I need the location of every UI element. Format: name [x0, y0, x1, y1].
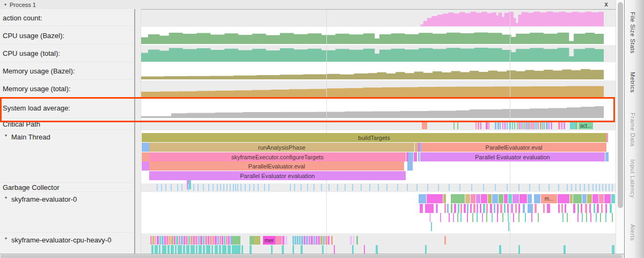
- trace-slice[interactable]: [311, 236, 313, 245]
- gc-tick[interactable]: [301, 184, 302, 191]
- trace-slice[interactable]: [318, 236, 320, 245]
- trace-slice[interactable]: [548, 122, 550, 129]
- trace-slice[interactable]: [465, 194, 470, 203]
- trace-slice[interactable]: [575, 122, 577, 129]
- label-skyframe-evaluator-0[interactable]: ▾ skyframe-evaluator-0: [0, 193, 133, 233]
- vertical-scrollbar[interactable]: [616, 0, 625, 254]
- trace-slice[interactable]: [453, 213, 454, 222]
- trace-slice[interactable]: [492, 213, 493, 222]
- trace-slice[interactable]: [460, 213, 462, 222]
- trace-slice[interactable]: [513, 194, 519, 203]
- trace-slice[interactable]: [241, 245, 243, 254]
- trace-slice[interactable]: [213, 236, 214, 245]
- expander-icon[interactable]: ▾: [5, 236, 7, 241]
- gc-tick[interactable]: [264, 184, 265, 191]
- trace-slice[interactable]: [414, 152, 417, 161]
- trace-slice[interactable]: [494, 204, 495, 213]
- tab-metrics[interactable]: Metrics: [630, 72, 636, 93]
- trace-slice[interactable]: [525, 213, 526, 222]
- collapse-process-icon[interactable]: ▾: [4, 2, 6, 7]
- trace-slice[interactable]: [528, 122, 529, 129]
- trace-slice[interactable]: [472, 213, 473, 222]
- gc-tick[interactable]: [235, 184, 236, 191]
- gc-tick[interactable]: [217, 184, 218, 191]
- gc-tick[interactable]: [605, 184, 606, 191]
- trace-slice[interactable]: [467, 204, 469, 213]
- trace-slice[interactable]: [451, 204, 452, 213]
- process-header[interactable]: ▾ Process 1 x: [0, 0, 616, 10]
- trace-slice[interactable]: [589, 204, 591, 213]
- trace-slice[interactable]: [605, 152, 609, 161]
- horizontal-scrollbar[interactable]: [0, 254, 624, 258]
- trace-slice[interactable]: [282, 236, 284, 245]
- vertical-scrollbar-thumb[interactable]: [618, 2, 623, 208]
- gc-tick[interactable]: [471, 184, 472, 191]
- trace-slice-labeled[interactable]: mer: [263, 236, 275, 245]
- trace-slice[interactable]: [152, 236, 154, 245]
- trace-slice[interactable]: [532, 122, 534, 129]
- trace-slice[interactable]: [429, 213, 431, 222]
- trace-slice[interactable]: [166, 236, 169, 245]
- gc-tick[interactable]: [567, 184, 568, 191]
- trace-slice[interactable]: [477, 204, 478, 213]
- trace-slice-labeled[interactable]: skyframeExecutor.configureTargets: [149, 152, 406, 161]
- gc-tick[interactable]: [321, 184, 322, 191]
- trace-slice[interactable]: [513, 213, 514, 222]
- trace-slice-labeled[interactable]: act...: [579, 122, 593, 129]
- gc-tick[interactable]: [361, 184, 362, 191]
- trace-slice[interactable]: [478, 122, 479, 129]
- gc-tick[interactable]: [193, 184, 194, 191]
- trace-slice[interactable]: [480, 204, 481, 213]
- trace-slice[interactable]: [531, 122, 532, 129]
- trace-slice[interactable]: [407, 161, 413, 171]
- trace-slice[interactable]: [453, 122, 455, 129]
- trace-slice[interactable]: [523, 204, 525, 213]
- trace-slice[interactable]: [275, 236, 282, 245]
- trace-slice[interactable]: [611, 194, 615, 203]
- trace-slice[interactable]: [499, 194, 503, 203]
- trace-slice[interactable]: [482, 213, 483, 222]
- trace-slice[interactable]: [564, 245, 566, 254]
- trace-slice[interactable]: [558, 194, 569, 203]
- gc-tick[interactable]: [483, 184, 484, 191]
- trace-slice[interactable]: [313, 236, 315, 245]
- gc-tick[interactable]: [245, 184, 246, 191]
- trace-slice[interactable]: [492, 194, 498, 203]
- gc-tick[interactable]: [449, 184, 450, 191]
- gc-tick[interactable]: [188, 184, 189, 191]
- trace-slice[interactable]: [551, 122, 552, 129]
- trace-slice[interactable]: [228, 236, 230, 245]
- trace-slice[interactable]: [142, 152, 149, 161]
- trace-slice[interactable]: [195, 236, 197, 245]
- expander-icon[interactable]: ▾: [5, 133, 7, 138]
- trace-slice[interactable]: [517, 122, 518, 129]
- trace-slice[interactable]: [334, 245, 335, 254]
- gc-tick[interactable]: [592, 184, 594, 191]
- trace-slice[interactable]: [518, 122, 520, 129]
- trace-slice[interactable]: [350, 236, 352, 245]
- trace-slice[interactable]: [179, 236, 180, 245]
- trace-slice[interactable]: [186, 245, 189, 254]
- trace-slice[interactable]: [176, 236, 178, 245]
- gc-tick[interactable]: [609, 184, 610, 191]
- trace-slice[interactable]: [547, 204, 550, 213]
- trace-slice[interactable]: [585, 204, 587, 213]
- trace-slice[interactable]: [420, 204, 423, 213]
- track-mem-total[interactable]: [141, 80, 616, 98]
- trace-slice-labeled[interactable]: m...: [541, 194, 557, 203]
- skyframe-cpu-heavy-slices[interactable]: mer: [141, 233, 616, 254]
- label-skyframe-evaluator-cpu-heavy-0[interactable]: ▾ skyframe-evaluator-cpu-heavy-0: [0, 233, 133, 254]
- tab-input-latency[interactable]: Input Latency: [630, 159, 636, 198]
- trace-slice[interactable]: [502, 122, 503, 129]
- trace-slice[interactable]: [431, 222, 432, 231]
- gc-tick[interactable]: [518, 184, 519, 191]
- track-mem-bazel[interactable]: [141, 63, 616, 80]
- trace-slice[interactable]: [596, 213, 597, 222]
- trace-slice[interactable]: [600, 213, 601, 222]
- gc-tick[interactable]: [157, 184, 158, 191]
- gc-tick[interactable]: [459, 184, 460, 191]
- trace-slice[interactable]: [203, 236, 204, 245]
- gc-tick[interactable]: [328, 184, 330, 191]
- gc-ticks[interactable]: [141, 183, 616, 192]
- gc-tick[interactable]: [495, 184, 496, 191]
